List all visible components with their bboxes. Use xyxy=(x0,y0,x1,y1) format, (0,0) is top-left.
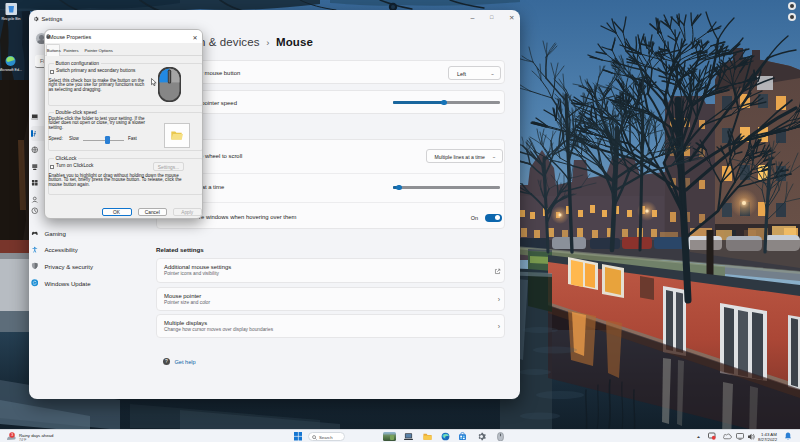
svg-text:Microsoft Ed...: Microsoft Ed... xyxy=(0,68,22,72)
svg-text:Recycle Bin: Recycle Bin xyxy=(2,17,21,21)
